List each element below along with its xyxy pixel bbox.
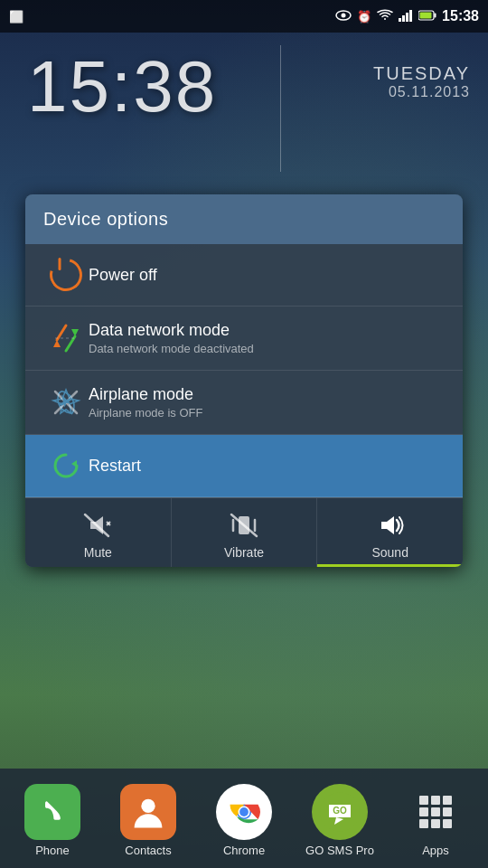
sound-row: Mute Vibrate Sound [25,497,463,567]
clock-time: 15:38 [27,45,217,128]
svg-rect-3 [402,15,405,22]
apps-label: Apps [422,844,449,857]
airplane-label: Airplane mode [89,385,445,404]
svg-rect-8 [420,12,432,18]
svg-rect-34 [419,807,428,816]
menu-item-power-off[interactable]: Power off [25,244,463,307]
wifi-icon [377,9,393,24]
mute-label: Mute [84,545,112,560]
gosms-icon: GO [312,784,368,840]
signal-icon [399,9,413,24]
clock-date: 05.11.2013 [373,84,470,100]
contacts-icon [120,784,176,840]
power-off-text: Power off [89,266,445,285]
svg-rect-5 [409,10,412,22]
svg-marker-16 [71,460,77,467]
phone-label: Phone [35,844,70,857]
svg-rect-36 [443,807,452,816]
data-network-icon [43,322,89,354]
clock-day: TUESDAY [373,63,470,84]
gosms-label: GO SMS Pro [305,844,374,857]
svg-rect-39 [443,819,452,828]
mute-button[interactable]: Mute [25,498,172,567]
menu-item-airplane[interactable]: Airplane mode Airplane mode is OFF [25,371,463,435]
svg-rect-4 [406,13,408,22]
vibrate-label: Vibrate [224,545,264,560]
svg-rect-7 [435,13,436,17]
restart-icon [43,449,89,482]
svg-rect-2 [399,18,401,22]
status-bar: ⬜ ⏰ [0,0,488,33]
bottom-dock: Phone Contacts Chrome [0,769,488,868]
svg-marker-12 [71,329,79,336]
gallery-icon: ⬜ [9,10,23,24]
data-network-label: Data network mode [89,321,445,340]
alarm-icon: ⏰ [357,10,371,24]
svg-rect-37 [419,819,428,828]
svg-text:GO: GO [333,806,347,816]
chrome-label: Chrome [223,844,265,857]
clock-area: 15:38 [27,45,217,128]
status-time: 15:38 [442,8,479,24]
svg-rect-31 [419,796,428,805]
svg-point-28 [239,807,249,816]
dock-item-contacts[interactable]: Contacts [108,784,189,857]
sound-active-indicator [317,564,463,567]
battery-icon [418,10,436,24]
apps-icon [408,784,464,840]
power-off-label: Power off [89,266,445,285]
svg-rect-32 [431,796,440,805]
sound-label: Sound [371,545,408,560]
dock-item-phone[interactable]: Phone [12,784,93,857]
menu-item-data-network[interactable]: Data network mode Data network mode deac… [25,307,463,371]
status-right-icons: ⏰ 15:38 [335,8,479,24]
svg-point-1 [342,13,346,17]
data-network-text: Data network mode Data network mode deac… [89,321,445,355]
device-options-dialog: Device options Power off Data network mo… [25,194,463,567]
power-off-icon [43,259,89,291]
airplane-text: Airplane mode Airplane mode is OFF [89,385,445,420]
vibrate-button[interactable]: Vibrate [172,498,318,567]
clock-divider [280,45,281,172]
dock-item-chrome[interactable]: Chrome [203,784,285,857]
svg-rect-33 [443,796,452,805]
menu-item-restart[interactable]: Restart [25,435,463,497]
restart-label: Restart [89,457,445,476]
eye-icon [335,9,352,24]
svg-marker-10 [53,340,61,347]
airplane-sublabel: Airplane mode is OFF [89,406,445,420]
sound-button[interactable]: Sound [317,498,463,567]
dock-item-gosms[interactable]: GO GO SMS Pro [299,784,380,857]
svg-rect-38 [431,819,440,828]
svg-rect-35 [431,807,440,816]
contacts-label: Contacts [125,844,171,857]
chrome-icon-container [216,784,272,840]
svg-line-19 [85,514,108,536]
dialog-title: Device options [25,194,463,244]
svg-point-24 [141,799,155,813]
phone-icon [24,784,80,840]
clock-date-area: TUESDAY 05.11.2013 [373,63,470,100]
restart-text: Restart [89,457,445,476]
dock-item-apps[interactable]: Apps [395,784,476,857]
airplane-icon [43,386,89,419]
status-left-icons: ⬜ [9,10,23,24]
data-network-sublabel: Data network mode deactivated [89,342,445,355]
